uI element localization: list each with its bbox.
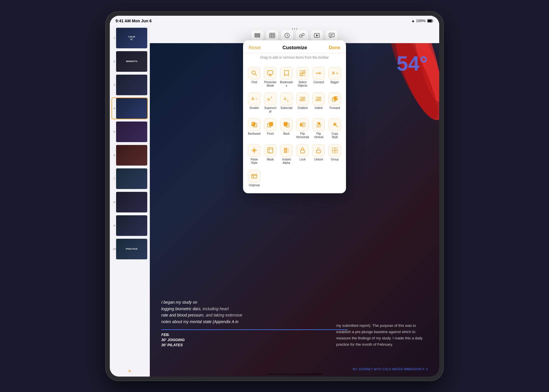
customize-modal: Reset Customize Done Drag to add or remo… (243, 40, 346, 193)
toolbar-media-button[interactable] (311, 30, 323, 41)
tool-indent[interactable]: Indent (311, 90, 326, 115)
svg-text:A: A (267, 97, 270, 102)
app-area: 1 CALM51° 2 BENEFITS 3 4 (110, 26, 439, 377)
svg-rect-54 (269, 122, 273, 126)
toolbar-drag-handle (292, 28, 297, 29)
svg-text:1: 1 (271, 96, 272, 99)
slide-right-paragraph: my submitted report). The purpose of thi… (336, 323, 428, 348)
svg-point-29 (316, 73, 317, 74)
svg-rect-70 (301, 150, 305, 153)
svg-rect-23 (268, 71, 273, 74)
svg-rect-5 (270, 33, 275, 38)
svg-point-12 (302, 33, 304, 36)
slide-footer: MY JOURNEY WITH COLD WATER IMMERSION P. … (161, 368, 428, 371)
tool-front[interactable]: Front (262, 116, 278, 141)
svg-rect-25 (300, 71, 302, 73)
svg-rect-74 (332, 151, 335, 153)
svg-rect-3 (255, 35, 260, 36)
slide-footer-text: MY JOURNEY WITH COLD WATER IMMERSION P. … (353, 368, 428, 371)
svg-rect-15 (329, 33, 334, 37)
add-slide-button[interactable]: + (110, 367, 150, 377)
svg-rect-11 (300, 35, 302, 37)
ipad-frame: 9:41 AM Mon Jun 6 ▲ 100% (106, 12, 443, 381)
svg-rect-4 (255, 36, 260, 37)
toolbar-table-button[interactable] (266, 30, 279, 41)
tool-smaller[interactable]: A Smaller (246, 90, 262, 115)
tool-copy-style[interactable]: Copy Style (327, 116, 343, 141)
slide-item[interactable]: 2 BENEFITS (112, 51, 148, 72)
battery-icon (427, 19, 433, 23)
ipad-screen: 9:41 AM Mon Jun 6 ▲ 100% (110, 16, 439, 377)
tool-forward[interactable]: Forward (327, 90, 343, 115)
svg-rect-72 (332, 148, 335, 150)
svg-text:A: A (251, 96, 254, 101)
tool-backward[interactable]: Backward (246, 116, 262, 141)
slide-temperature-text: 54° (397, 52, 428, 75)
content-area: 54° I began my study on logging biometri… (150, 26, 439, 377)
slide-main-paragraph: I began my study on logging biometric da… (161, 299, 348, 325)
svg-line-59 (337, 126, 338, 127)
svg-rect-66 (268, 148, 273, 153)
svg-rect-75 (335, 151, 337, 153)
status-time: 9:41 AM Mon Jun 6 (116, 19, 152, 23)
slide-item[interactable]: 8 (112, 191, 148, 213)
svg-rect-56 (284, 122, 287, 126)
tool-instant-alpha[interactable]: Instant Alpha (279, 141, 294, 166)
sidebar: 1 CALM51° 2 BENEFITS 3 4 (110, 26, 150, 377)
tool-bigger[interactable]: A Bigger (327, 64, 343, 89)
svg-rect-76 (252, 174, 257, 178)
toolbar-clock-button[interactable] (281, 30, 293, 41)
tool-group[interactable]: Group (327, 141, 343, 166)
svg-rect-28 (303, 73, 305, 76)
slide-item-active[interactable]: 4 (112, 97, 148, 119)
slide-handwritten-text: FEB. 30' JOGGING 30' PILATES (161, 329, 348, 348)
tool-lock[interactable]: Lock (295, 141, 310, 166)
slide-item[interactable]: 1 CALM51° (112, 27, 148, 49)
modal-title: Customize (283, 45, 307, 51)
slide-item[interactable]: 10 PRACTICE (112, 238, 148, 260)
tool-unlock[interactable]: Unlock (311, 141, 326, 166)
slide-item[interactable]: 7 (112, 168, 148, 190)
wifi-icon: ▲ 100% (411, 19, 425, 23)
tool-flip-horizontal[interactable]: Flip Horizontal (295, 116, 310, 141)
done-button[interactable]: Done (329, 45, 340, 50)
slide-body-text: I began my study on logging biometric da… (161, 299, 348, 348)
tool-presenter-mode[interactable]: Presenter Mode (262, 64, 278, 89)
tool-select-objects[interactable]: Select Objects (295, 64, 310, 89)
tool-bookmarks[interactable]: Bookmarks (279, 64, 294, 89)
modal-header: Reset Customize Done (243, 40, 346, 53)
svg-rect-27 (300, 73, 302, 76)
tool-paste-style[interactable]: Paste Style (246, 141, 262, 166)
svg-rect-2 (255, 33, 260, 34)
svg-text:A: A (332, 71, 335, 75)
toolbar-list-button[interactable] (251, 30, 264, 41)
tool-outdent[interactable]: Outdent (295, 90, 310, 115)
svg-line-22 (255, 74, 257, 75)
tool-superscript[interactable]: A 1 Superscript (262, 90, 278, 115)
slide-item[interactable]: 3 (112, 74, 148, 96)
svg-text:A: A (284, 97, 287, 101)
svg-text:1: 1 (287, 99, 289, 102)
home-indicator (266, 373, 323, 375)
modal-subtitle: Drag to add or remove items from the too… (243, 53, 346, 62)
toolbar-comment-button[interactable] (325, 30, 338, 41)
tool-flip-vertical[interactable]: Flip Vertical (311, 116, 326, 141)
reset-button[interactable]: Reset (249, 45, 261, 50)
slide-item[interactable]: 6 (112, 144, 148, 166)
svg-rect-1 (428, 20, 432, 22)
tool-back[interactable]: Back (279, 116, 294, 141)
tool-mask[interactable]: Mask (262, 141, 278, 166)
status-right: ▲ 100% (411, 19, 433, 23)
status-bar: 9:41 AM Mon Jun 6 ▲ 100% (110, 16, 439, 26)
tool-subscript[interactable]: A 1 Subscript (279, 90, 294, 115)
slide-item[interactable]: 9 (112, 215, 148, 236)
svg-point-61 (253, 149, 255, 152)
toolbar-shapes-button[interactable] (296, 30, 308, 41)
slide-item[interactable]: 5 (112, 121, 148, 143)
tool-connect[interactable]: Connect (311, 64, 326, 89)
tool-ungroup[interactable]: Ungroup (246, 167, 262, 189)
svg-rect-26 (303, 71, 305, 73)
svg-marker-14 (316, 35, 318, 36)
slide-list[interactable]: 1 CALM51° 2 BENEFITS 3 4 (110, 26, 150, 367)
tool-find[interactable]: Find (246, 64, 262, 89)
